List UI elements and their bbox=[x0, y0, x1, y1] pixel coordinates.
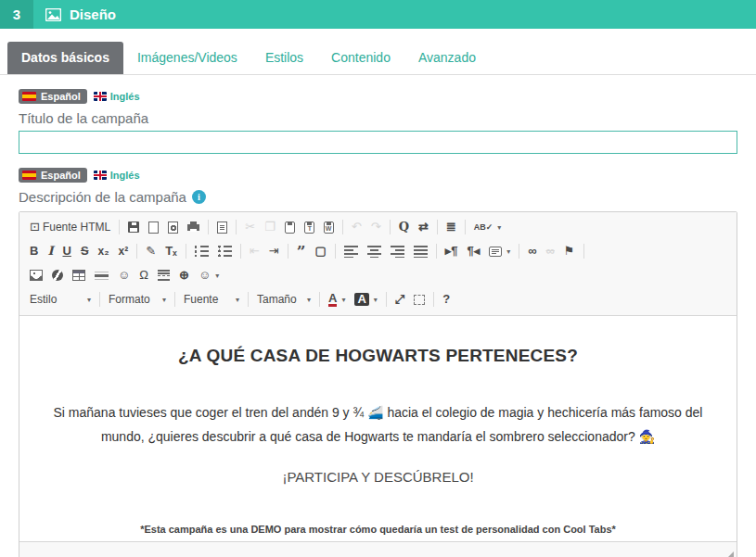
chevron-down-icon: ▾ bbox=[236, 296, 239, 304]
bg-color-button[interactable]: A▾ bbox=[350, 291, 381, 308]
create-div-icon[interactable]: ▢ bbox=[310, 243, 330, 260]
step-header: 3 Diseño bbox=[0, 0, 756, 29]
save-icon[interactable] bbox=[123, 220, 144, 234]
show-blocks-icon[interactable] bbox=[409, 293, 429, 307]
cut-icon[interactable]: ✂ bbox=[240, 219, 260, 235]
select-all-icon[interactable]: ≣ bbox=[442, 219, 461, 235]
align-left-icon[interactable] bbox=[340, 244, 363, 260]
link-icon[interactable]: ∞ bbox=[523, 243, 541, 260]
chevron-down-icon: ▾ bbox=[162, 296, 166, 304]
uk-flag-icon bbox=[94, 92, 107, 101]
language-spanish-button[interactable]: Español bbox=[19, 89, 87, 104]
new-page-icon[interactable] bbox=[144, 220, 163, 235]
tab-contenido[interactable]: Contenido bbox=[317, 42, 404, 74]
tab-imagenes-videos[interactable]: Imágenes/Videos bbox=[123, 42, 251, 74]
title-language-toggle: Español Inglés bbox=[19, 89, 737, 104]
resize-handle-icon[interactable] bbox=[725, 551, 734, 557]
underline-button[interactable]: U bbox=[58, 243, 75, 260]
editor-content[interactable]: ¿A QUÉ CASA DE HOGWARTS PERTENECES? Si m… bbox=[19, 316, 737, 541]
iframe-icon[interactable]: ⊕ bbox=[174, 267, 194, 284]
numbered-list-icon[interactable] bbox=[190, 244, 213, 259]
smiley-icon[interactable]: ☺ bbox=[113, 267, 135, 284]
size-combo[interactable]: Tamaño▾ bbox=[252, 291, 315, 308]
toolbar-separator bbox=[319, 292, 320, 307]
table-icon[interactable] bbox=[68, 268, 90, 283]
align-center-icon[interactable] bbox=[363, 244, 386, 260]
editor-toolbar: ⊡Fuente HTML✂❐↶↷Q⇄≣AB✓▾BIUSx₂x²✎Tₓ⇤⇥”▢▸¶… bbox=[19, 212, 737, 316]
align-right-icon[interactable] bbox=[386, 244, 409, 260]
uk-flag-icon bbox=[94, 171, 107, 180]
italic-button[interactable]: I bbox=[43, 243, 58, 260]
info-icon[interactable]: i bbox=[192, 190, 206, 204]
page-break-icon[interactable] bbox=[153, 268, 174, 283]
language-english-button[interactable]: Inglés bbox=[94, 91, 140, 102]
toolbar-separator bbox=[390, 220, 391, 234]
content-note: *Esta campaña es una DEMO para mostrar c… bbox=[45, 524, 711, 535]
bold-button[interactable]: B bbox=[25, 243, 43, 260]
replace-icon[interactable]: ⇄ bbox=[414, 219, 433, 235]
toolbar-separator bbox=[99, 292, 100, 307]
image-icon[interactable] bbox=[25, 268, 47, 283]
source-html-button[interactable]: ⊡Fuente HTML bbox=[25, 219, 115, 235]
flash-icon[interactable] bbox=[47, 268, 68, 283]
bidi-rtl-icon[interactable]: ¶◂ bbox=[463, 243, 485, 260]
strikethrough-button[interactable]: S bbox=[76, 243, 94, 260]
spain-flag-icon bbox=[22, 171, 36, 180]
bidi-ltr-icon[interactable]: ▸¶ bbox=[441, 243, 463, 260]
print-icon[interactable] bbox=[183, 220, 204, 234]
about-icon[interactable]: ? bbox=[438, 291, 455, 308]
blockquote-icon[interactable]: ” bbox=[292, 246, 311, 258]
anchor-icon[interactable]: ⚑ bbox=[559, 243, 580, 260]
toolbar-separator bbox=[433, 292, 434, 307]
outdent-icon[interactable]: ⇤ bbox=[245, 243, 264, 260]
language-spanish-button[interactable]: Español bbox=[19, 168, 87, 183]
indent-icon[interactable]: ⇥ bbox=[264, 243, 284, 260]
campaign-description-label: Descripción de la campaña i bbox=[19, 189, 737, 205]
horizontal-rule-icon[interactable] bbox=[90, 269, 113, 283]
preview-icon[interactable] bbox=[163, 220, 183, 235]
styles-combo[interactable]: Estilo▾ bbox=[25, 291, 96, 308]
design-image-icon bbox=[45, 8, 61, 21]
chevron-down-icon: ▾ bbox=[506, 247, 510, 256]
maximize-icon[interactable]: ⤢ bbox=[391, 291, 409, 308]
superscript-button[interactable]: x² bbox=[114, 243, 134, 260]
language-icon[interactable]: ▾ bbox=[484, 245, 515, 259]
redo-icon[interactable]: ↷ bbox=[366, 219, 386, 235]
align-justify-icon[interactable] bbox=[409, 244, 432, 260]
tab-estilos[interactable]: Estilos bbox=[251, 42, 317, 74]
toolbar-separator bbox=[519, 244, 519, 259]
unlink-icon[interactable]: ∞ bbox=[542, 243, 559, 260]
toolbar-separator bbox=[288, 244, 288, 259]
toolbar-separator bbox=[583, 244, 584, 259]
step-number: 3 bbox=[0, 0, 33, 29]
language-english-button[interactable]: Inglés bbox=[94, 170, 140, 181]
toolbar-separator bbox=[236, 220, 237, 234]
subscript-button[interactable]: x₂ bbox=[94, 243, 114, 260]
toolbar-separator bbox=[208, 220, 209, 234]
spain-flag-icon bbox=[22, 92, 36, 101]
toolbar-separator bbox=[240, 244, 241, 259]
paste-word-icon[interactable] bbox=[319, 220, 339, 235]
emoji-icon[interactable]: ☺▾ bbox=[194, 267, 224, 284]
remove-format-icon[interactable]: Tₓ bbox=[160, 243, 182, 260]
campaign-title-input[interactable] bbox=[19, 131, 737, 154]
text-color-button[interactable]: A▾ bbox=[324, 291, 350, 309]
toolbar-separator bbox=[335, 244, 336, 259]
spellcheck-icon[interactable]: AB✓▾ bbox=[469, 219, 506, 235]
paste-icon[interactable] bbox=[280, 220, 300, 235]
format-combo[interactable]: Formato▾ bbox=[104, 291, 171, 308]
find-icon[interactable]: Q bbox=[394, 219, 414, 235]
paste-text-icon[interactable] bbox=[300, 220, 319, 235]
toolbar-separator bbox=[342, 220, 343, 234]
chevron-down-icon: ▾ bbox=[374, 296, 378, 304]
templates-icon[interactable] bbox=[212, 220, 232, 235]
undo-icon[interactable]: ↶ bbox=[347, 219, 366, 235]
toolbar-separator bbox=[465, 220, 466, 234]
font-combo[interactable]: Fuente▾ bbox=[179, 291, 244, 308]
copy-icon[interactable]: ❐ bbox=[260, 219, 280, 235]
bulleted-list-icon[interactable] bbox=[213, 244, 237, 259]
tab-avanzado[interactable]: Avanzado bbox=[404, 42, 490, 74]
copy-formatting-icon[interactable]: ✎ bbox=[141, 243, 160, 260]
special-char-icon[interactable]: Ω bbox=[135, 267, 153, 284]
tab-datos-basicos[interactable]: Datos básicos bbox=[7, 42, 123, 74]
